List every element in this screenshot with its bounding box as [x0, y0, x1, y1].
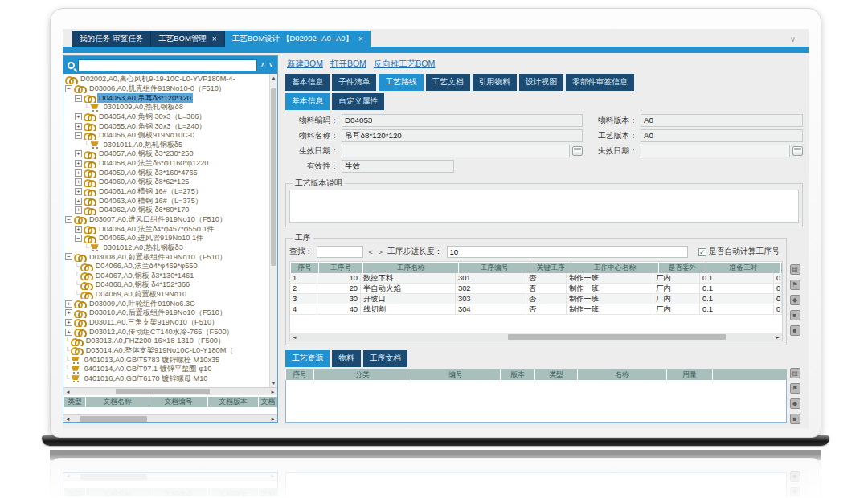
- scroll-thumb[interactable]: [271, 88, 276, 266]
- column-header[interactable]: 工序号: [319, 263, 362, 273]
- tree-item[interactable]: +D03010,A0,后置板组件919No10（F510）: [63, 308, 269, 318]
- scroll-left-icon[interactable]: ◄: [290, 335, 299, 340]
- expand-icon[interactable]: +: [75, 206, 82, 214]
- column-header[interactable]: 名称: [578, 369, 666, 380]
- column-header[interactable]: 分类: [314, 369, 411, 380]
- tree-item[interactable]: +D03009,A0,叶轮组件919No6.3C: [63, 299, 269, 308]
- tree-item[interactable]: −D04065,A0,进风管919No10 1件: [63, 234, 269, 243]
- scroll-track[interactable]: [72, 415, 268, 422]
- operation-row[interactable]: 330开坡口303否制作一班厂内0.10.1: [290, 294, 782, 304]
- grid-tool-icon[interactable]: ▤: [790, 368, 800, 378]
- tree-item[interactable]: +D04063,A0,槽钢 16#（L=375）: [63, 196, 269, 206]
- step-length-input[interactable]: [447, 246, 688, 258]
- column-header[interactable]: 文档: [259, 397, 277, 407]
- main-tab[interactable]: 工艺路线: [379, 74, 423, 91]
- collapse-icon[interactable]: −: [65, 216, 72, 223]
- bottom-tab[interactable]: 工艺资源: [285, 350, 330, 367]
- search-prev-icon[interactable]: ∧: [260, 62, 265, 68]
- bottom-tab[interactable]: 工序文档: [363, 350, 407, 367]
- sub-tab[interactable]: 自定义属性: [332, 93, 384, 110]
- shape-tool-icon[interactable]: ◆: [790, 295, 800, 305]
- column-header[interactable]: 文档名称: [86, 397, 149, 407]
- tree-item[interactable]: └D04066,A0,法兰δ4*φ469*φ550: [63, 262, 269, 271]
- scroll-track[interactable]: [299, 333, 773, 341]
- collapse-icon[interactable]: −: [75, 132, 82, 139]
- tree-item[interactable]: +D04055,A0,角钢 30x3（L=240）: [63, 121, 269, 131]
- main-tab[interactable]: 零部件审签信息: [566, 74, 634, 91]
- main-tab[interactable]: 引用物料: [473, 74, 517, 91]
- scroll-thumb[interactable]: [508, 334, 726, 340]
- operation-row[interactable]: 110数控下料301否制作一班厂内0.10.1: [290, 273, 782, 284]
- expand-icon[interactable]: +: [75, 123, 82, 130]
- calendar-icon[interactable]: [792, 146, 803, 156]
- tree-horizontal-scrollbar[interactable]: ◄ ►: [63, 387, 277, 395]
- main-tab[interactable]: 工艺文档: [426, 74, 470, 91]
- column-header[interactable]: 是否委外: [659, 263, 706, 273]
- column-header[interactable]: 加工工时: [781, 263, 782, 273]
- window-tab[interactable]: 工艺BOM设计 【D02002--A0--A0】×: [225, 31, 371, 47]
- scroll-right-icon[interactable]: ►: [268, 417, 277, 422]
- operation-row[interactable]: 220半自动火焰302否制作一班厂内0.10.1: [290, 284, 782, 294]
- flag-tool-icon[interactable]: ⚑: [790, 383, 800, 394]
- tab-close-icon[interactable]: ×: [212, 35, 217, 43]
- column-header[interactable]: 工作中心名称: [571, 263, 658, 273]
- expand-icon[interactable]: +: [65, 309, 72, 316]
- tree-item[interactable]: +D04064,A0,法兰δ4*φ457*φ550 1件: [63, 224, 269, 234]
- scroll-down-icon[interactable]: ▼: [270, 379, 277, 387]
- column-header[interactable]: 版本: [501, 369, 534, 380]
- tree-item[interactable]: +D04061,A0,槽钢 16#（L=275）: [63, 187, 269, 197]
- tree-item[interactable]: +D04059,A0,钢板 δ3*160*4765: [63, 168, 269, 178]
- tree-item[interactable]: └D04067,A0,钢板 δ3*130*1461: [63, 271, 269, 280]
- material-name-field[interactable]: 吊耳δ8*120*120: [342, 129, 583, 142]
- collapse-icon[interactable]: −: [65, 253, 72, 260]
- column-header[interactable]: 用量: [667, 369, 712, 380]
- column-header[interactable]: 序号: [291, 263, 318, 273]
- doc-horizontal-scrollbar[interactable]: ◄ ►: [63, 414, 277, 422]
- column-header[interactable]: 准备工时: [706, 263, 780, 273]
- expand-icon[interactable]: +: [65, 329, 72, 336]
- reverse-push-bom-link[interactable]: 反向推工艺BOM: [374, 59, 435, 70]
- collapse-icon[interactable]: −: [75, 95, 82, 102]
- column-header[interactable]: 关键工序: [530, 263, 571, 273]
- effective-date-field[interactable]: [342, 145, 570, 157]
- tree-item[interactable]: └D04068,A0,钢板 δ4*152*366: [63, 280, 269, 290]
- expand-icon[interactable]: +: [65, 300, 72, 308]
- main-tab[interactable]: 子件清单: [332, 74, 376, 91]
- operation-row[interactable]: 440线切割304否制作一班厂内0.10.1: [290, 304, 782, 315]
- tree-search-input[interactable]: [78, 59, 257, 71]
- tree-item[interactable]: D02002,A0,离心风机9-19-10C-L0-YVP180M-4-: [63, 75, 269, 84]
- tree-item[interactable]: −D03008,A0,前置板组件919No10（F510）: [63, 252, 269, 262]
- column-header[interactable]: 文档编号: [149, 397, 207, 407]
- scroll-right-icon[interactable]: ►: [773, 335, 782, 340]
- expand-icon[interactable]: +: [75, 113, 82, 120]
- tree-item[interactable]: −D03006,A0,机壳组件919No10-0（F510）: [63, 84, 269, 94]
- main-tab[interactable]: 设计视图: [519, 74, 563, 91]
- shape-tool-icon[interactable]: ◆: [790, 398, 800, 409]
- collapse-icon[interactable]: −: [75, 235, 82, 242]
- tab-close-icon[interactable]: ×: [358, 35, 363, 43]
- expand-icon[interactable]: +: [75, 226, 82, 233]
- block-tool-icon[interactable]: ■: [790, 414, 800, 424]
- tree-item[interactable]: └0401014,A0,GB/T97.1 镀锌平垫圈 φ10: [63, 365, 269, 374]
- bottom-tab[interactable]: 物料: [332, 350, 361, 367]
- column-header[interactable]: 文档版本: [208, 397, 258, 407]
- tree-item[interactable]: └D03013,A0,FHZ200-16×18-1310（F500）: [63, 337, 269, 346]
- scroll-thumb[interactable]: [80, 416, 147, 422]
- search-next-icon[interactable]: ∨: [268, 62, 273, 68]
- scroll-track[interactable]: [270, 82, 277, 379]
- tree-item[interactable]: └0301011,A0,热轧钢板δ5: [63, 140, 269, 149]
- open-bom-link[interactable]: 打开BOM: [330, 59, 366, 70]
- block-tool-icon[interactable]: ■: [790, 325, 800, 336]
- find-input[interactable]: [317, 246, 363, 258]
- sub-tab[interactable]: 基本信息: [285, 93, 330, 110]
- tree-item[interactable]: +D04054,A0,角钢 30x3（L=386）: [63, 112, 269, 122]
- column-header[interactable]: 编号: [411, 369, 500, 380]
- tree-item[interactable]: └0301009,A0,热轧钢板δ8: [63, 103, 269, 112]
- material-version-field[interactable]: A0: [641, 114, 803, 127]
- expand-icon[interactable]: +: [75, 198, 82, 205]
- scroll-track[interactable]: [72, 388, 268, 395]
- material-code-field[interactable]: D04053: [342, 114, 583, 127]
- tree-item[interactable]: └0301012,A0,热轧钢板δ3: [63, 243, 269, 253]
- tree-item[interactable]: └0401016,A0,GB/T6170 镀锌螺母 M10: [63, 374, 269, 384]
- window-tab[interactable]: 我的任务-审签任务: [72, 31, 151, 47]
